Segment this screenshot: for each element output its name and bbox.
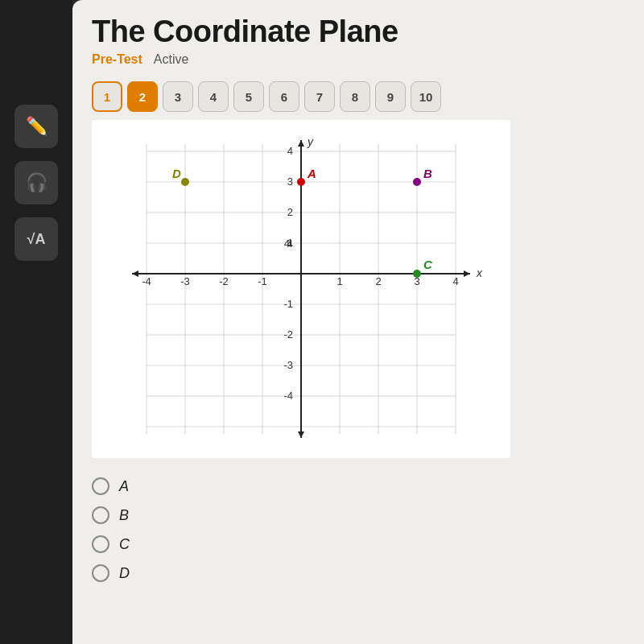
answer-label-b: B <box>119 507 129 524</box>
answer-option-d[interactable]: D <box>92 564 625 582</box>
header: The Coordinate Plane Pre-Test Active <box>72 0 644 81</box>
tab-4[interactable]: 4 <box>198 81 229 112</box>
status-row: Pre-Test Active <box>92 52 625 67</box>
answer-option-c[interactable]: C <box>92 535 625 553</box>
tab-9[interactable]: 9 <box>375 81 406 112</box>
tab-3[interactable]: 3 <box>163 81 193 112</box>
main-container: ✏️ 🎧 √A The Coordinate Plane Pre-Test Ac… <box>0 0 644 644</box>
radio-a[interactable] <box>92 477 109 495</box>
radio-d[interactable] <box>92 564 109 582</box>
answer-label-c: C <box>119 536 130 553</box>
svg-text:-4: -4 <box>283 390 293 402</box>
answer-option-a[interactable]: A <box>92 477 625 495</box>
coordinate-plane: -3 -2 -1 1 2 3 4 x -4 4 4 <box>92 120 510 458</box>
pencil-icon[interactable]: ✏️ <box>14 105 58 148</box>
svg-text:3: 3 <box>287 175 293 188</box>
svg-text:C: C <box>423 258 433 271</box>
tab-1[interactable]: 1 <box>92 81 122 112</box>
content-area: The Coordinate Plane Pre-Test Active 1 2… <box>72 0 644 644</box>
svg-text:4: 4 <box>452 275 458 287</box>
pre-test-label[interactable]: Pre-Test <box>92 52 142 67</box>
tab-8[interactable]: 8 <box>340 81 370 112</box>
svg-marker-24 <box>298 431 304 438</box>
svg-marker-20 <box>464 270 470 277</box>
radio-c[interactable] <box>92 535 109 553</box>
answer-label-d: D <box>119 565 130 582</box>
svg-text:A: A <box>307 167 316 180</box>
svg-text:-3: -3 <box>283 359 293 371</box>
svg-text:x: x <box>476 266 483 279</box>
svg-text:-1: -1 <box>258 275 267 287</box>
sqrt-icon[interactable]: √A <box>14 217 58 261</box>
headphone-icon[interactable]: 🎧 <box>14 161 58 204</box>
svg-text:-2: -2 <box>219 275 229 287</box>
tab-5[interactable]: 5 <box>233 81 264 112</box>
tabs-row: 1 2 3 4 5 6 7 8 9 10 <box>72 81 644 120</box>
graph-svg: -3 -2 -1 1 2 3 4 x -4 4 4 <box>108 136 494 442</box>
svg-marker-23 <box>298 140 304 147</box>
svg-text:-1: -1 <box>283 298 293 310</box>
svg-text:-4: -4 <box>142 275 151 287</box>
tab-10[interactable]: 10 <box>411 81 441 112</box>
svg-text:-2: -2 <box>283 328 293 341</box>
svg-point-51 <box>181 178 189 186</box>
active-label: Active <box>154 52 189 67</box>
page-title: The Coordinate Plane <box>92 14 625 49</box>
tab-6[interactable]: 6 <box>269 81 299 112</box>
answer-choices: A B C D <box>92 477 625 582</box>
svg-point-45 <box>297 178 305 186</box>
tab-2[interactable]: 2 <box>127 81 158 112</box>
answer-label-a: A <box>119 478 129 495</box>
svg-marker-21 <box>132 270 138 277</box>
answer-option-b[interactable]: B <box>92 506 625 524</box>
svg-text:2: 2 <box>287 206 293 218</box>
sidebar: ✏️ 🎧 √A <box>0 0 72 644</box>
svg-text:D: D <box>172 167 181 180</box>
tab-7[interactable]: 7 <box>304 81 335 112</box>
svg-text:4: 4 <box>287 145 293 157</box>
svg-text:1: 1 <box>287 237 293 249</box>
svg-point-47 <box>413 178 421 186</box>
svg-text:-3: -3 <box>180 275 190 287</box>
svg-point-49 <box>413 270 421 278</box>
radio-b[interactable] <box>92 506 109 524</box>
svg-text:2: 2 <box>375 275 381 287</box>
svg-text:1: 1 <box>336 275 342 287</box>
svg-text:B: B <box>423 167 432 180</box>
svg-text:y: y <box>307 136 314 148</box>
